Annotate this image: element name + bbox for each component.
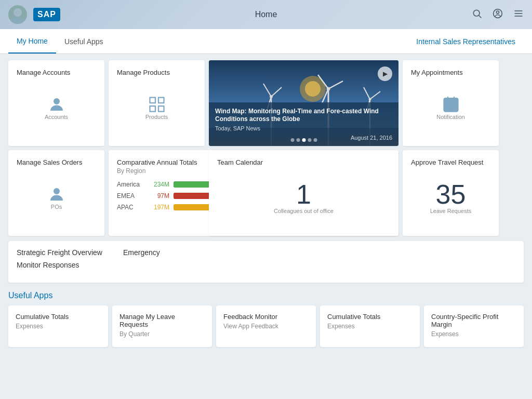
region-label-apac: APAC — [117, 204, 145, 211]
search-icon[interactable] — [472, 8, 482, 21]
page-title: Home — [255, 10, 277, 19]
tab-useful-apps[interactable]: Useful Apps — [56, 30, 112, 53]
strategic-row: Strategic Freight Overview Emergency Mon… — [8, 241, 524, 283]
region-value-apac: 197M — [150, 204, 169, 211]
useful-tile-3[interactable]: Cumulative Totals Expenses — [320, 305, 420, 347]
useful-apps-grid: Cumulative Totals Expenses Manage My Lea… — [8, 305, 524, 347]
sales-orders-icon — [47, 185, 66, 204]
notification-icon — [442, 95, 460, 114]
useful-tile-subtitle-3: Expenses — [327, 323, 413, 330]
useful-apps-title: Useful Apps — [8, 291, 524, 300]
strategic-items: Strategic Freight Overview Emergency — [17, 248, 515, 257]
nav-tabs: My Home Useful Apps Internal Sales Repre… — [0, 29, 532, 54]
useful-tile-subtitle-0: Expenses — [16, 323, 101, 330]
news-dot-2[interactable] — [296, 138, 300, 142]
news-dot-1[interactable] — [290, 138, 294, 142]
my-appointments-title: My Appointments — [411, 69, 490, 77]
strategic-item-freight[interactable]: Strategic Freight Overview — [17, 248, 102, 257]
svg-point-5 — [497, 11, 499, 14]
region-value-america: 234M — [150, 181, 169, 188]
useful-tile-title-3: Cumulative Totals — [327, 313, 413, 321]
person-circle-icon[interactable] — [493, 8, 503, 21]
header-icons — [472, 8, 524, 21]
sales-orders-icon-area: POs — [17, 167, 96, 228]
tile-my-appointments[interactable]: My Appointments Notification — [403, 60, 499, 146]
useful-tile-title-0: Cumulative Totals — [16, 313, 101, 321]
tile-team-calendar[interactable]: Team Calendar 1 Colleagues out of office — [209, 150, 398, 236]
team-calendar-icon-area: 1 Colleagues out of office — [217, 167, 390, 228]
tile-manage-products[interactable]: Manage Products Products — [109, 60, 205, 146]
manage-products-title: Manage Products — [117, 69, 196, 77]
useful-tile-0[interactable]: Cumulative Totals Expenses — [8, 305, 108, 347]
svg-rect-33 — [447, 105, 449, 108]
team-calendar-title: Team Calendar — [217, 158, 390, 167]
sales-orders-title: Manage Sales Orders — [17, 158, 96, 167]
news-date: August 21, 2016 — [351, 135, 392, 141]
accounts-icon — [47, 95, 66, 114]
region-label-america: America — [117, 181, 145, 188]
approve-travel-number: 35 — [436, 181, 466, 208]
menu-icon[interactable] — [513, 8, 524, 21]
useful-tile-2[interactable]: Feedback Monitor View App Feedback — [216, 305, 316, 347]
approve-travel-title: Approve Travel Request — [411, 158, 490, 167]
tile-manage-sales-orders[interactable]: Manage Sales Orders POs — [8, 150, 104, 236]
avatar[interactable] — [8, 5, 27, 24]
news-source: Today, SAP News — [215, 125, 392, 131]
my-appointments-icon-area: Notification — [411, 77, 490, 138]
accounts-subtitle: Accounts — [45, 114, 68, 120]
useful-tile-title-2: Feedback Monitor — [223, 313, 309, 321]
team-calendar-subtitle: Colleagues out of office — [274, 208, 334, 214]
svg-point-12 — [305, 81, 321, 97]
news-play-button[interactable]: ▶ — [378, 66, 392, 81]
svg-rect-35 — [453, 105, 456, 108]
useful-tile-subtitle-1: By Quarter — [119, 330, 205, 338]
products-icon — [148, 95, 166, 114]
tab-my-home[interactable]: My Home — [8, 30, 56, 54]
svg-point-36 — [54, 188, 60, 194]
main-content: Manage Accounts Accounts Manage Products… — [0, 54, 532, 399]
useful-tile-1[interactable]: Manage My Leave Requests By Quarter — [112, 305, 212, 347]
useful-tile-title-1: Manage My Leave Requests — [119, 313, 205, 328]
strategic-subitem-monitor[interactable]: Monitor Responses — [17, 261, 515, 269]
app-header: SAP Home — [0, 0, 532, 29]
svg-point-9 — [54, 98, 60, 104]
useful-tile-subtitle-4: Expenses — [431, 330, 516, 338]
tile-manage-accounts[interactable]: Manage Accounts Accounts — [8, 60, 104, 146]
tile-news[interactable]: ▶ Wind Map: Monitoring Real-Time and For… — [209, 60, 398, 146]
role-tab[interactable]: Internal Sales Representatives — [408, 30, 524, 53]
team-calendar-number: 1 — [296, 181, 311, 208]
svg-rect-34 — [450, 105, 453, 108]
svg-point-1 — [11, 17, 24, 24]
appointments-subtitle: Notification — [436, 114, 464, 120]
manage-accounts-title: Manage Accounts — [17, 69, 96, 77]
products-subtitle: Products — [145, 114, 168, 120]
tile-approve-travel[interactable]: Approve Travel Request 35 Leave Requests — [403, 150, 499, 236]
sap-logo: SAP — [33, 8, 60, 21]
region-label-emea: EMEA — [117, 192, 145, 200]
strategic-item-emergency[interactable]: Emergency — [123, 248, 160, 257]
news-dots — [290, 138, 317, 142]
svg-point-2 — [473, 10, 480, 16]
news-dot-5[interactable] — [313, 138, 317, 142]
news-dot-3[interactable] — [302, 138, 305, 142]
svg-line-3 — [479, 15, 482, 18]
useful-tile-4[interactable]: Country-Specific Profit Margin Expenses — [424, 305, 524, 347]
sales-orders-subtitle: POs — [51, 204, 62, 210]
useful-tile-title-4: Country-Specific Profit Margin — [431, 313, 516, 328]
news-title: Wind Map: Monitoring Real-Time and Fore-… — [215, 108, 392, 124]
manage-products-icon-area: Products — [117, 77, 196, 138]
tile-grid: Manage Accounts Accounts Manage Products… — [8, 60, 524, 236]
manage-accounts-icon-area: Accounts — [17, 77, 96, 138]
approve-travel-icon-area: 35 Leave Requests — [411, 167, 490, 228]
useful-apps-section: Useful Apps Cumulative Totals Expenses M… — [8, 291, 524, 347]
approve-travel-subtitle: Leave Requests — [430, 208, 472, 214]
useful-tile-subtitle-2: View App Feedback — [223, 323, 309, 330]
region-value-emea: 97M — [150, 192, 169, 200]
svg-point-0 — [14, 8, 22, 17]
news-dot-4[interactable] — [308, 138, 311, 142]
